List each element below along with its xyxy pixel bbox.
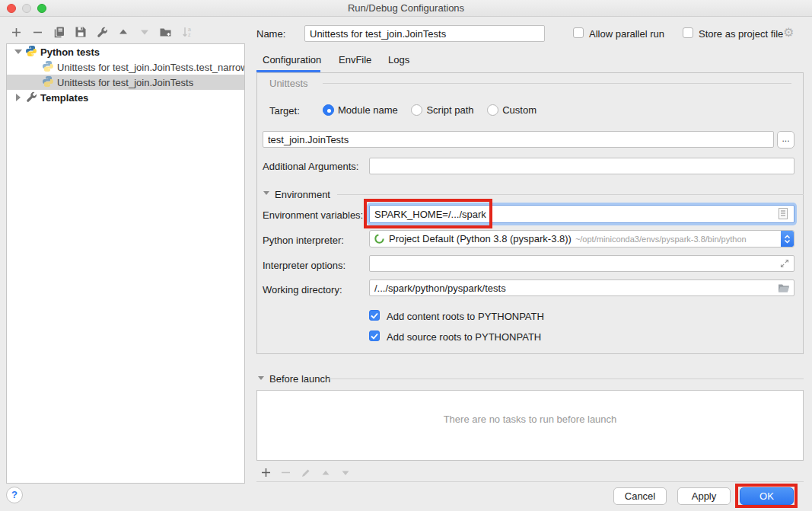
browse-target-button[interactable]: ... [777, 131, 794, 149]
before-launch-empty-text: There are no tasks to run before launch [257, 414, 803, 425]
tree-item-unittests-jointests[interactable]: Unittests for test_join.JoinTests [7, 75, 244, 90]
sort-alphabetically-icon: az [180, 26, 193, 39]
target-label: Target: [269, 105, 300, 117]
configurations-tree: Python tests Unittests for test_join.Joi… [6, 43, 245, 484]
check-icon [371, 312, 378, 319]
copy-configuration-icon[interactable] [53, 26, 65, 39]
tree-item-label: Python tests [40, 45, 100, 59]
section-divider [323, 83, 791, 84]
remove-configuration-icon[interactable] [31, 26, 44, 39]
remove-task-icon [279, 466, 292, 479]
interpreter-options-label: Interpreter options: [263, 260, 345, 271]
highlight-environment-variables [364, 199, 492, 228]
svg-text:z: z [188, 32, 191, 37]
radio-label: Custom [502, 104, 537, 116]
move-down-icon [138, 26, 151, 39]
check-icon [371, 333, 378, 340]
name-input[interactable] [304, 25, 545, 42]
before-launch-toolbar [260, 466, 352, 479]
help-button[interactable]: ? [6, 487, 23, 503]
python-interpreter-path: ~/opt/miniconda3/envs/pyspark-3.8/bin/py… [575, 235, 781, 244]
collapse-before-launch-icon[interactable] [258, 376, 264, 380]
before-launch-task-list: There are no tasks to run before launch [256, 390, 804, 461]
before-launch-section-title: Before launch [269, 373, 330, 385]
tab-logs[interactable]: Logs [388, 54, 409, 65]
chevron-right-icon[interactable] [16, 94, 21, 101]
store-as-project-file-checkbox[interactable] [683, 27, 693, 38]
configurations-toolbar: az [10, 24, 193, 40]
radio-icon [487, 104, 498, 116]
gear-icon[interactable]: ⚙ [783, 27, 794, 39]
working-directory-input[interactable] [369, 279, 794, 296]
highlight-ok-button [735, 484, 798, 508]
move-up-icon[interactable] [116, 26, 129, 39]
add-content-roots-label: Add content roots to PYTHONPATH [387, 311, 544, 322]
tree-item-label: Templates [40, 91, 88, 105]
edit-templates-icon[interactable] [95, 26, 108, 39]
python-icon [42, 60, 54, 72]
python-icon [25, 45, 37, 57]
new-folder-icon[interactable] [159, 26, 172, 39]
python-interpreter-select[interactable]: Project Default (Python 3.8 (pyspark-3.8… [369, 230, 794, 248]
add-content-roots-checkbox[interactable] [369, 310, 380, 321]
tree-item-unittests-test-narrow[interactable]: Unittests for test_join.JoinTests.test_n… [7, 59, 244, 75]
bottom-divider [256, 481, 804, 482]
radio-label: Module name [338, 104, 398, 116]
tree-item-label: Unittests for test_join.JoinTests [57, 75, 193, 90]
python-interpreter-label: Python interpreter: [263, 235, 344, 246]
add-source-roots-checkbox[interactable] [369, 331, 380, 341]
python-interpreter-value: Project Default (Python 3.8 (pyspark-3.8… [389, 233, 572, 244]
unittests-section-title: Unittests [269, 78, 308, 89]
environment-variables-label: Environment variables: [263, 209, 363, 221]
target-input[interactable] [263, 131, 774, 148]
additional-arguments-label: Additional Arguments: [263, 161, 358, 172]
environment-section-title: Environment [275, 189, 330, 200]
collapse-environment-icon[interactable] [263, 191, 269, 195]
apply-button[interactable]: Apply [677, 487, 731, 505]
expand-field-icon[interactable] [779, 258, 790, 271]
section-divider [329, 378, 804, 379]
additional-arguments-input[interactable] [369, 158, 794, 174]
edit-environment-variables-icon[interactable] [778, 207, 788, 222]
svg-text:a: a [188, 27, 191, 32]
move-task-up-icon [319, 466, 332, 479]
allow-parallel-run-checkbox[interactable] [573, 27, 584, 38]
section-divider [337, 194, 804, 195]
radio-module-name[interactable]: Module name [323, 104, 398, 116]
radio-icon [411, 104, 422, 116]
conda-environment-icon [374, 233, 385, 244]
run-debug-configurations-dialog: Run/Debug Configurations az [0, 0, 812, 511]
edit-task-icon [299, 466, 312, 479]
store-as-project-file-label: Store as project file [699, 28, 783, 40]
active-tab-indicator [256, 70, 320, 72]
title-bar: Run/Debug Configurations [0, 0, 812, 17]
window-title: Run/Debug Configurations [0, 2, 812, 14]
add-task-icon[interactable] [260, 466, 272, 479]
radio-selected-icon [323, 104, 334, 116]
chevron-down-icon[interactable] [14, 50, 22, 54]
add-configuration-icon[interactable] [10, 26, 23, 39]
allow-parallel-run-label: Allow parallel run [589, 28, 664, 40]
tab-configuration[interactable]: Configuration [263, 54, 321, 65]
add-source-roots-label: Add source roots to PYTHONPATH [387, 331, 541, 343]
move-task-down-icon [339, 466, 352, 479]
save-configuration-icon[interactable] [74, 26, 87, 39]
folder-icon[interactable] [778, 283, 790, 295]
radio-custom[interactable]: Custom [487, 104, 537, 116]
target-radio-group: Module name Script path Custom [323, 104, 547, 116]
name-label: Name: [256, 28, 285, 40]
interpreter-options-input[interactable] [369, 255, 794, 272]
python-icon [42, 75, 54, 88]
tree-item-templates[interactable]: Templates [7, 90, 244, 105]
tab-envfile[interactable]: EnvFile [339, 54, 371, 65]
radio-label: Script path [426, 104, 473, 116]
cancel-button[interactable]: Cancel [613, 487, 667, 505]
tree-item-label: Unittests for test_join.JoinTests.test_n… [57, 60, 244, 75]
radio-script-path[interactable]: Script path [411, 104, 473, 116]
wrench-icon [25, 91, 37, 103]
select-stepper-icon[interactable] [781, 231, 794, 247]
working-directory-label: Working directory: [263, 284, 342, 295]
tree-item-python-tests[interactable]: Python tests [7, 44, 244, 59]
